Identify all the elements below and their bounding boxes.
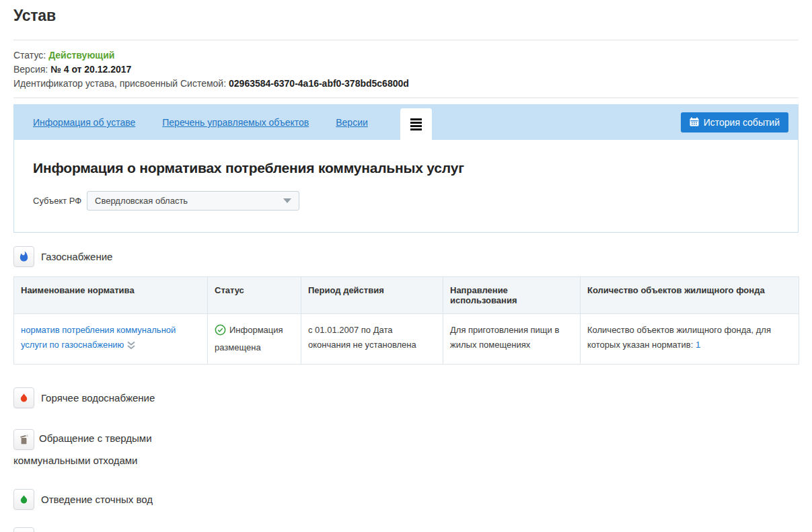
housing-objects-count-link[interactable]: 1	[696, 340, 700, 350]
cell-status: Информация размещена	[208, 314, 301, 365]
history-events-button[interactable]: История событий	[681, 112, 788, 132]
cell-standard-name: норматив потребления коммунальной услуги…	[14, 314, 208, 365]
version-value: № 4 от 20.12.2017	[50, 64, 131, 75]
header-standard-name: Наименование норматива	[14, 277, 208, 314]
status-value: Действующий	[48, 50, 114, 61]
tab-bar: Информация об уставе Перечень управляемы…	[14, 105, 798, 140]
identifier-label: Идентификатор устава, присвоенный Систем…	[13, 78, 226, 89]
table-header-row: Наименование норматива Статус Период дей…	[14, 277, 799, 314]
header-usage-direction: Направление использования	[443, 277, 581, 314]
identifier-value: 02963584-6370-4a16-abf0-378bd5c6800d	[229, 78, 409, 89]
cell-housing-objects: Количество объектов жилищного фонда, для…	[581, 314, 799, 365]
standards-panel-content: Информация о нормативах потребления комм…	[14, 140, 798, 232]
service-sewage-label: Отведение сточных вод	[41, 494, 153, 505]
cell-usage-direction: Для приготовления пищи в жилых помещения…	[443, 314, 581, 365]
expand-double-chevron-icon[interactable]	[126, 340, 136, 354]
charter-panel: Информация об уставе Перечень управляемы…	[13, 104, 799, 233]
service-hot-water-section: Горячее водоснабжение	[13, 387, 812, 408]
header-housing-objects: Количество объектов жилищного фонда	[581, 277, 799, 314]
tab-versions[interactable]: Версии	[336, 117, 368, 128]
check-circle-icon	[215, 324, 226, 340]
service-gas-section: Газоснабжение	[13, 246, 799, 267]
standards-section-title: Информация о нормативах потребления комм…	[33, 160, 779, 176]
status-label: Статус:	[13, 50, 46, 61]
tab-charter-info[interactable]: Информация об уставе	[33, 117, 135, 128]
table-row: норматив потребления коммунальной услуги…	[14, 314, 799, 365]
standard-name-link[interactable]: норматив потребления коммунальной услуги…	[21, 325, 176, 350]
region-selector-row: Субъект РФ Свердловская область	[33, 191, 779, 211]
service-sewage-section: Отведение сточных вод	[13, 489, 812, 510]
calendar-icon	[690, 117, 699, 128]
version-label: Версия:	[13, 64, 48, 75]
service-solid-waste-section: Обращение с твердыми коммунальными отход…	[13, 428, 182, 471]
page-title: Устав	[13, 0, 799, 25]
tab-consumption-standards-active[interactable]	[400, 108, 432, 140]
service-heating-section: Отопление	[13, 527, 812, 532]
trash-bin-icon	[13, 429, 34, 450]
region-select[interactable]: Свердловская область	[87, 191, 299, 211]
service-hot-water-label: Горячее водоснабжение	[41, 392, 155, 404]
hot-water-drop-icon	[13, 387, 34, 408]
hamburger-icon	[410, 118, 422, 130]
charter-id-row: Идентификатор устава, присвоенный Систем…	[13, 77, 799, 91]
charter-version-row: Версия:№ 4 от 20.12.2017	[13, 63, 799, 77]
charter-status-row: Статус:Действующий	[13, 48, 799, 63]
sewage-drop-icon	[13, 489, 34, 510]
housing-objects-text: Количество объектов жилищного фонда, для…	[587, 325, 771, 350]
divider	[13, 98, 799, 98]
thermometer-icon	[13, 527, 34, 532]
gas-standards-table: Наименование норматива Статус Период дей…	[13, 276, 799, 365]
header-period: Период действия	[301, 277, 443, 314]
gas-flame-icon	[13, 246, 34, 267]
header-status: Статус	[208, 277, 301, 314]
chevron-down-icon	[283, 198, 291, 203]
tab-managed-objects[interactable]: Перечень управляемых объектов	[162, 117, 309, 128]
history-events-label: История событий	[704, 117, 780, 128]
region-select-value: Свердловская область	[95, 196, 188, 206]
region-label: Субъект РФ	[33, 196, 87, 206]
charter-meta: Статус:Действующий Версия:№ 4 от 20.12.2…	[13, 40, 799, 98]
cell-period: с 01.01.2007 по Дата окончания не устано…	[301, 314, 443, 365]
service-gas-label: Газоснабжение	[41, 251, 112, 262]
